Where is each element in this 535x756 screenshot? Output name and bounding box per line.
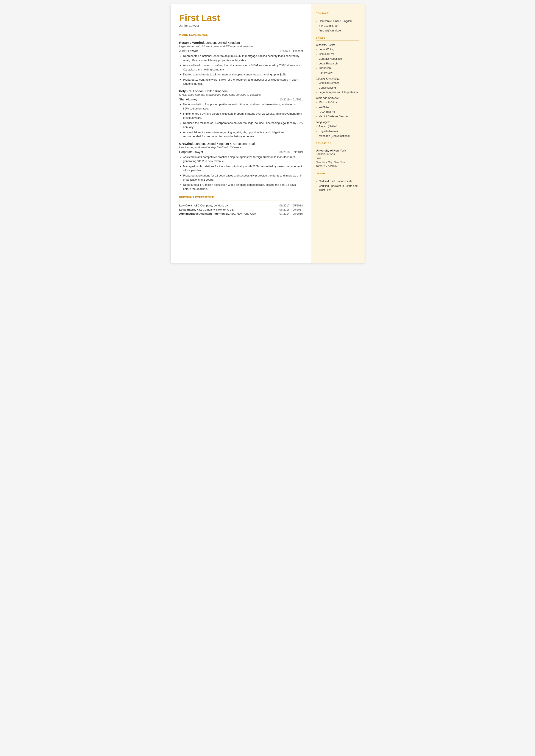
previous-experience-heading: PREVIOUS EXPERIENCE: [179, 196, 303, 199]
other-heading: OTHER: [316, 172, 359, 175]
skills-heading: SKILLS: [316, 37, 359, 39]
bullet-item: Assisted in anti-competitive practices d…: [179, 155, 303, 163]
skill-item: Westlaw: [316, 105, 359, 109]
contact-item: first.last@gmail.com: [316, 29, 359, 33]
other-list: Certified Civil Trial Advocate. Certifie…: [316, 179, 359, 192]
employer-3-job-row: Corporate Lawyer 06/2018 – 09/2019: [179, 150, 303, 154]
skill-item: Criminal Defense: [316, 81, 359, 85]
left-column: First Last Junior Lawyer WORK EXPERIENCE…: [171, 4, 311, 263]
skill-item: Conveyancing: [316, 86, 359, 90]
edu-location: New York City, New York: [316, 160, 359, 164]
employer-3-dates: 06/2018 – 09/2019: [279, 151, 303, 154]
skills-category-technical: Technical Skills:: [316, 43, 359, 46]
prev-exp-row: Legal Intern, XYZ Company, New York, USA…: [179, 208, 303, 211]
skills-category-languages: Languages:: [316, 121, 359, 124]
employer-2-name: Polyhire, London, United Kingdom: [179, 90, 303, 93]
skill-item: IDEA TrialPro: [316, 110, 359, 114]
work-experience-divider: [179, 38, 303, 38]
employer-2-job-row: Staff Attorney 10/2019 – 01/2021: [179, 98, 303, 101]
previous-experience-table: Law Clerk, ABC Company, London, UK 06/20…: [179, 204, 303, 216]
edu-dates: 10/2011 - 06/2014: [316, 164, 359, 169]
education-heading: EDUCATION: [316, 142, 359, 144]
other-divider: [316, 176, 359, 176]
skill-item: Contract Negotiation: [316, 57, 359, 61]
candidate-title: Junior Lawyer: [179, 24, 303, 27]
skill-item: French (Native): [316, 125, 359, 129]
contact-item: +44 123456789: [316, 24, 359, 28]
skills-divider: [316, 40, 359, 41]
edu-degree: Bachelor of Arts: [316, 152, 359, 156]
candidate-name: First Last: [179, 13, 303, 23]
employer-3-name: Growthsi, London, United Kingdom & Barce…: [179, 142, 303, 146]
contact-heading: CONTACT: [316, 12, 359, 14]
employer-2-bullets: Negotiated with 12 opposing parties to a…: [179, 102, 303, 139]
contact-item: Hampshire, United Kingdom: [316, 19, 359, 23]
skills-languages-list: French (Native) English (Native) Mandari…: [316, 125, 359, 138]
skill-item: Criminal Law: [316, 52, 359, 56]
bullet-item: Prepared 17 contracts worth $40M for the…: [179, 78, 303, 86]
skill-item: Family Law: [316, 71, 359, 75]
employer-3-bullets: Assisted in anti-competitive practices d…: [179, 155, 303, 191]
bullet-item: Negotiated with 12 opposing parties to a…: [179, 102, 303, 111]
bullet-item: Managed public relations for the tobacco…: [179, 164, 303, 173]
employer-2-role: Staff Attorney: [179, 98, 197, 101]
employer-1-name: Resume Worded, London, United Kingdom: [179, 41, 303, 44]
skills-industry-list: Criminal Defense Conveyancing Legal Anal…: [316, 81, 359, 95]
employer-1-dates: 02/2021 – Present: [280, 49, 303, 53]
skills-category-industry: Industry Knowledge:: [316, 77, 359, 80]
other-item: Certified Civil Trial Advocate.: [316, 179, 359, 183]
skill-item: Legal Research: [316, 62, 359, 66]
contact-list: Hampshire, United Kingdom +44 123456789 …: [316, 19, 359, 33]
resume-document: First Last Junior Lawyer WORK EXPERIENCE…: [171, 4, 365, 263]
work-experience-heading: WORK EXPERIENCE: [179, 33, 303, 37]
employer-1-desc: Legal startup with 10 employees and $30m…: [179, 44, 303, 48]
education-divider: [316, 146, 359, 146]
skill-item: English (Native): [316, 129, 359, 133]
employer-2: Polyhire, London, United Kingdom NYSE-li…: [179, 90, 303, 139]
skill-item: Mandarin (Conversational): [316, 134, 359, 138]
employer-2-desc: NYSE-listed firm that provides pro bono …: [179, 93, 303, 96]
employer-1-bullets: Represented a national lender to acquire…: [179, 54, 303, 86]
employer-1-job-row: Junior Lawyer 02/2021 – Present: [179, 49, 303, 53]
contact-divider: [316, 16, 359, 16]
skill-item: Client care: [316, 66, 359, 70]
skills-tools-list: Microsoft Office Westlaw IDEA TrialPro V…: [316, 100, 359, 119]
skill-item: Verdict Systems Sanction: [316, 114, 359, 119]
other-item: Certified Specialist in Estate and Trust…: [316, 184, 359, 192]
skill-item: Legal Writing: [316, 47, 359, 51]
bullet-item: Assisted lead counsel in drafting loan d…: [179, 63, 303, 71]
employer-2-dates: 10/2019 – 01/2021: [279, 98, 303, 101]
skill-item: Legal Analysis and Interpretation: [316, 90, 359, 95]
employer-3-role: Corporate Lawyer: [179, 150, 203, 154]
edu-field: Law: [316, 156, 359, 160]
bullet-item: Advised 14 senior executives regarding l…: [179, 130, 303, 139]
edu-school: University of New York: [316, 149, 359, 152]
right-column: CONTACT Hampshire, United Kingdom +44 12…: [311, 4, 365, 263]
bullet-item: Prepared applications for 12 court cases…: [179, 174, 303, 182]
prev-exp-row: Administrative Assistant (Internship), A…: [179, 211, 303, 216]
employer-3: Growthsi, London, United Kingdom & Barce…: [179, 142, 303, 191]
bullet-item: Reduced the reliance of 15 corporations …: [179, 121, 303, 129]
bullet-item: Implemented 60% of a global intellectual…: [179, 112, 303, 120]
skills-category-tools: Tools and Software:: [316, 97, 359, 99]
employer-3-desc: Law training and membership SaaS with 2K…: [179, 146, 303, 149]
employer-1: Resume Worded, London, United Kingdom Le…: [179, 41, 303, 86]
bullet-item: Drafted amendments to 13 commercial shop…: [179, 72, 303, 77]
bullet-item: Negotiated a $70 million acquisition wit…: [179, 183, 303, 191]
skill-item: Microsoft Office: [316, 100, 359, 104]
skills-technical-list: Legal Writing Criminal Law Contract Nego…: [316, 47, 359, 75]
employer-1-role: Junior Lawyer: [179, 49, 198, 53]
bullet-item: Represented a national lender to acquire…: [179, 54, 303, 62]
prev-exp-row: Law Clerk, ABC Company, London, UK 06/20…: [179, 204, 303, 208]
